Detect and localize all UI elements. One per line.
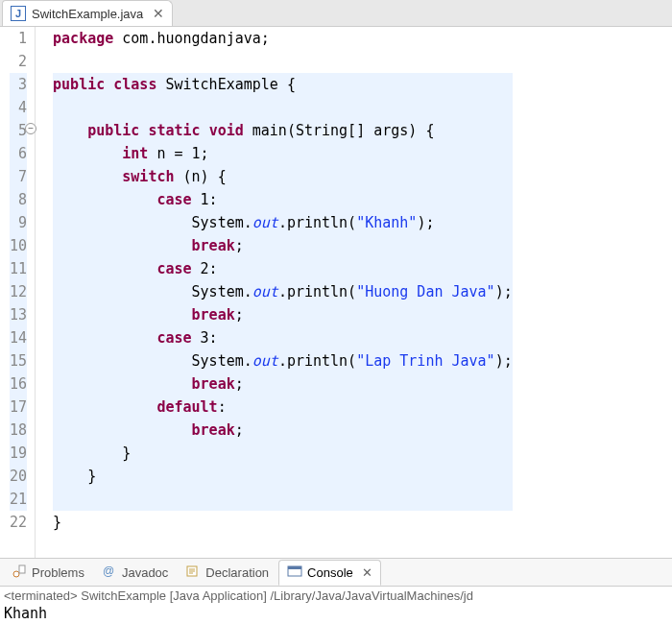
code-line[interactable]: public static void main(String[] args) { — [53, 119, 513, 142]
code-line[interactable]: package com.huongdanjava; — [53, 27, 513, 50]
svg-point-0 — [13, 571, 19, 577]
line-number: 13 — [10, 303, 27, 326]
code-line[interactable]: default: — [53, 396, 513, 419]
bottom-view-tab-bar: Problems@JavadocDeclarationConsole✕ — [0, 558, 672, 587]
line-number: 21 — [10, 488, 27, 511]
line-number: 8 — [10, 188, 27, 211]
close-icon[interactable]: ✕ — [149, 6, 164, 21]
code-line[interactable]: System.out.println("Khanh"); — [53, 211, 513, 234]
javadoc-icon: @ — [102, 564, 117, 582]
bottom-tab-label: Javadoc — [122, 565, 168, 580]
code-line[interactable]: switch (n) { — [53, 165, 513, 188]
code-line[interactable]: case 3: — [53, 326, 513, 349]
line-number: 15 — [10, 349, 27, 372]
line-number: 2 — [10, 50, 27, 73]
line-number: 10 — [10, 234, 27, 257]
bottom-tab-console[interactable]: Console✕ — [278, 560, 381, 586]
code-line[interactable]: public class SwitchExample { — [53, 73, 513, 96]
line-number: 7 — [10, 165, 27, 188]
line-number: 19 — [10, 442, 27, 465]
line-number: 4 — [10, 96, 27, 119]
fold-toggle-icon[interactable]: − — [25, 123, 36, 134]
svg-rect-1 — [19, 565, 25, 573]
code-line[interactable]: } — [53, 465, 513, 488]
code-line[interactable]: break; — [53, 419, 513, 442]
code-line[interactable]: } — [53, 442, 513, 465]
editor-tab[interactable]: J SwitchExample.java ✕ — [2, 0, 173, 26]
code-line[interactable]: int n = 1; — [53, 142, 513, 165]
code-line[interactable] — [53, 50, 513, 73]
editor-tab-label: SwitchExample.java — [32, 7, 143, 21]
code-line[interactable]: break; — [53, 234, 513, 257]
code-line[interactable] — [53, 96, 513, 119]
line-number: 12 — [10, 280, 27, 303]
code-line[interactable] — [53, 488, 513, 511]
java-file-icon: J — [11, 6, 26, 21]
code-content[interactable]: package com.huongdanjava; public class S… — [36, 27, 513, 558]
bottom-tab-label: Declaration — [205, 565, 269, 580]
console-icon — [287, 564, 302, 582]
line-number: 20 — [10, 465, 27, 488]
console-view: <terminated> SwitchExample [Java Applica… — [0, 587, 672, 624]
line-number: 9 — [10, 211, 27, 234]
code-line[interactable]: case 2: — [53, 257, 513, 280]
console-output: Khanh — [4, 603, 668, 622]
code-line[interactable]: break; — [53, 303, 513, 326]
code-line[interactable]: } — [53, 511, 513, 534]
code-line[interactable]: case 1: — [53, 188, 513, 211]
line-number: 14 — [10, 326, 27, 349]
code-line[interactable]: System.out.println("Huong Dan Java"); — [53, 280, 513, 303]
bottom-tab-javadoc[interactable]: @Javadoc — [94, 561, 176, 585]
svg-text:@: @ — [103, 564, 114, 578]
line-number-gutter: 12345−678910111213141516171819202122 — [0, 27, 36, 558]
code-line[interactable]: System.out.println("Lap Trinh Java"); — [53, 349, 513, 372]
code-editor[interactable]: 12345−678910111213141516171819202122 pac… — [0, 27, 672, 558]
console-status: <terminated> SwitchExample [Java Applica… — [4, 588, 668, 603]
bottom-tab-declaration[interactable]: Declaration — [178, 561, 276, 585]
declaration-icon — [185, 564, 201, 582]
line-number: 5− — [10, 119, 27, 142]
line-number: 17 — [10, 396, 27, 419]
line-number: 6 — [10, 142, 27, 165]
line-number: 3 — [10, 73, 27, 96]
line-number: 11 — [10, 257, 27, 280]
line-number: 22 — [10, 511, 27, 534]
editor-tab-bar: J SwitchExample.java ✕ — [0, 0, 672, 27]
bottom-tab-label: Console — [307, 565, 353, 580]
bottom-tab-label: Problems — [32, 565, 84, 580]
bottom-tab-problems[interactable]: Problems — [4, 561, 92, 585]
code-line[interactable]: break; — [53, 372, 513, 396]
line-number: 1 — [10, 27, 27, 50]
line-number: 16 — [10, 372, 27, 396]
problems-icon — [12, 564, 27, 582]
close-icon[interactable]: ✕ — [358, 565, 372, 580]
svg-rect-5 — [288, 566, 301, 569]
line-number: 18 — [10, 419, 27, 442]
